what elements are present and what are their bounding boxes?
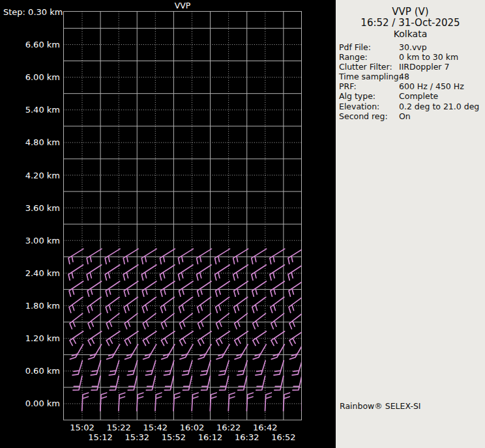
param-row: Pdf File:30.vvp [339, 42, 485, 52]
param-value: On [399, 111, 485, 121]
param-label: Clutter Filter: [339, 62, 399, 72]
x-axis-label: 15:02 [70, 423, 94, 432]
info-panel: VVP (V) 16:52 / 31-Oct-2025 Kolkata Pdf … [336, 0, 485, 448]
y-axis-label: 0.00 km [25, 399, 60, 408]
y-axis-label: 1.20 km [25, 333, 60, 343]
param-row: PRF:600 Hz / 450 Hz [339, 81, 485, 91]
param-value: IIRDoppler 7 [399, 62, 485, 72]
x-axis-label: 16:12 [198, 432, 222, 442]
y-axis-label: 5.40 km [25, 105, 60, 115]
param-row: Second reg:On [339, 111, 485, 121]
y-axis-label: 6.60 km [25, 40, 60, 49]
x-axis-label: 16:02 [180, 423, 204, 432]
param-value: Complete [399, 91, 485, 101]
x-axis-label: 16:42 [253, 423, 277, 432]
param-row: Elevation:0.2 deg to 21.0 deg [339, 102, 485, 111]
param-label: Second reg: [339, 111, 399, 121]
y-axis-label: 3.00 km [25, 236, 60, 245]
panel-title: VVP (V) [336, 7, 485, 18]
param-value: 30.vvp [399, 42, 485, 52]
chart-title: VVP [175, 1, 191, 10]
y-axis-label: 4.20 km [25, 171, 60, 180]
param-label: Pdf File: [339, 42, 399, 52]
x-axis-label: 16:22 [216, 423, 241, 432]
param-label: Time sampling: [339, 72, 399, 81]
x-axis-label: 15:22 [106, 423, 130, 432]
x-axis-label: 15:42 [143, 423, 168, 432]
panel-datetime: 16:52 / 31-Oct-2025 [336, 18, 485, 29]
x-axis-label: 15:12 [88, 432, 112, 442]
param-row: Clutter Filter:IIRDoppler 7 [339, 62, 485, 72]
brand-label: Rainbow® SELEX-SI [340, 401, 421, 411]
param-label: PRF: [339, 81, 399, 91]
parameter-list: Pdf File:30.vvpRange:0 km to 30 kmClutte… [336, 42, 485, 121]
param-value: 48 [399, 72, 485, 81]
vvp-radar-window: VVPStep: 0.30 km6.60 km6.00 km5.40 km4.8… [0, 0, 485, 448]
param-value: 0 km to 30 km [399, 52, 485, 62]
y-axis-label: 4.80 km [25, 137, 60, 147]
param-value: 600 Hz / 450 Hz [399, 81, 485, 91]
x-axis-label: 16:52 [271, 432, 295, 442]
param-row: Range:0 km to 30 km [339, 52, 485, 62]
x-axis-label: 15:32 [125, 432, 149, 442]
y-axis-label: 0.60 km [25, 366, 60, 376]
y-axis-label: 6.00 km [25, 72, 60, 82]
param-label: Alg type: [339, 91, 399, 101]
param-row: Time sampling:48 [339, 72, 485, 81]
param-label: Elevation: [339, 102, 399, 111]
param-label: Range: [339, 52, 399, 62]
panel-site: Kolkata [336, 29, 485, 39]
y-axis-label: 3.60 km [25, 203, 60, 213]
y-axis-label: 2.40 km [25, 268, 60, 278]
param-row: Alg type:Complete [339, 91, 485, 101]
x-axis-label: 15:52 [162, 432, 186, 442]
step-size-label: Step: 0.30 km [3, 7, 63, 17]
param-value: 0.2 deg to 21.0 deg [399, 102, 485, 111]
y-axis-label: 1.80 km [25, 301, 60, 311]
x-axis-label: 16:32 [235, 432, 259, 442]
